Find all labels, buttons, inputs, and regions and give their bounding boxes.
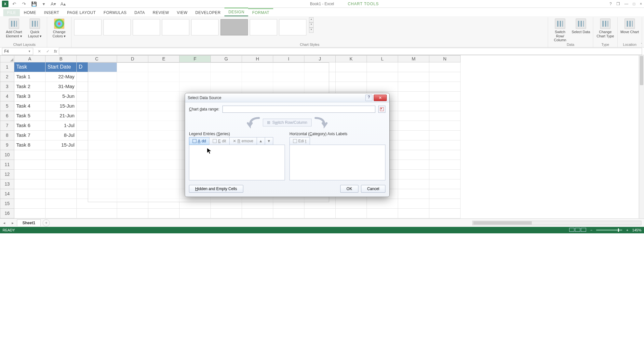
chart-data-range-label: Chart data range: [189,107,219,111]
add-icon [193,139,196,143]
dialog-title: Select Data Source [188,96,221,100]
range-picker-button[interactable] [378,106,385,113]
chart-data-range-input[interactable] [222,106,375,113]
switch-arrow-right-icon [314,117,328,128]
hidden-empty-cells-button[interactable]: Hidden and Empty Cells [189,185,243,193]
switch-row-column-icon: ⊞ [267,120,270,125]
svg-rect-1 [381,108,382,110]
dialog-titlebar[interactable]: Select Data Source ? ✕ [185,93,389,102]
legend-entries-pane: Legend Entries (Series) Add Edit ✕Remove… [189,132,285,180]
axis-edit-button: Edit [289,137,310,145]
select-data-source-dialog: Select Data Source ? ✕ Chart data range:… [185,93,390,197]
ok-button[interactable]: OK [340,185,358,193]
dialog-close-button[interactable]: ✕ [374,95,387,101]
edit-icon [293,139,297,143]
horizontal-axis-pane: Horizontal (Category) Axis Labels Edit [289,132,385,180]
legend-entries-label: Legend Entries (Series) [189,132,285,136]
series-move-down-button: ▼ [265,137,273,145]
edit-icon [213,139,217,143]
remove-icon: ✕ [233,139,236,143]
horizontal-axis-label: Horizontal (Category) Axis Labels [289,132,385,136]
series-add-button[interactable]: Add [189,137,209,145]
series-listbox[interactable] [189,145,285,180]
series-remove-button: ✕Remove [229,137,257,145]
series-edit-button: Edit [209,137,230,145]
switch-arrow-left-icon [247,117,260,128]
axis-labels-listbox[interactable] [289,145,385,180]
series-move-up-button: ▲ [257,137,265,145]
modal-scrim: Select Data Source ? ✕ Chart data range:… [0,0,644,233]
cancel-button[interactable]: Cancel [361,185,385,193]
dialog-help-button[interactable]: ? [365,95,372,101]
switch-row-column-dialog-button: ⊞ Switch Row/Column [263,119,311,126]
switch-row-column-label: Switch Row/Column [272,120,307,125]
